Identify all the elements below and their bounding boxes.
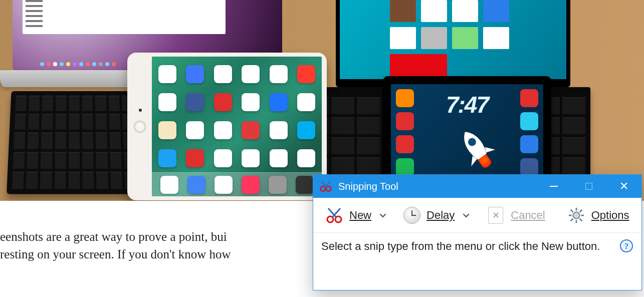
android-tablet: 7:47 — [383, 76, 551, 185]
ipad-home-button — [134, 121, 146, 133]
android-clock: 7:47 — [446, 93, 488, 116]
start-tiles: 16 — [390, 0, 551, 75]
chevron-down-icon — [379, 212, 386, 219]
article-line-2: resting on your screen. If you don't kno… — [0, 247, 231, 261]
cancel-button-label: Cancel — [511, 209, 545, 222]
article-line-1: eenshots are a great way to prove a poin… — [0, 230, 227, 243]
scissors-icon — [325, 206, 343, 224]
delay-dropdown[interactable] — [463, 209, 470, 222]
android-left-apps — [396, 89, 414, 176]
ipad-dock — [152, 172, 322, 196]
clock-icon — [403, 207, 420, 224]
laptop-window — [23, 0, 226, 34]
options-button-label: Options — [591, 209, 629, 222]
svg-point-5 — [573, 212, 579, 218]
window-title: Snipping Tool — [338, 181, 398, 192]
options-button[interactable]: Options — [562, 203, 634, 228]
windows-tablet: 16 — [336, 0, 570, 87]
snipping-tool-app-icon — [319, 180, 332, 193]
svg-line-13 — [570, 218, 573, 221]
chevron-down-icon — [463, 212, 470, 219]
delay-button[interactable]: Delay — [398, 203, 460, 228]
new-button-label: New — [349, 209, 371, 222]
snipping-tool-window: Snipping Tool ✕ New Delay — [313, 174, 642, 290]
titlebar[interactable]: Snipping Tool ✕ — [313, 175, 641, 198]
ipad-camera — [139, 109, 142, 112]
toolbar: New Delay Cancel — [313, 198, 641, 233]
ipad — [127, 53, 327, 200]
article-hero-image: 16 — [0, 0, 644, 201]
svg-line-10 — [570, 209, 573, 212]
cancel-icon — [487, 206, 505, 224]
new-button[interactable]: New — [320, 203, 376, 228]
article-body: eenshots are a great way to prove a poin… — [0, 228, 331, 263]
cancel-button: Cancel — [482, 203, 550, 228]
minimize-button[interactable] — [536, 175, 571, 198]
gear-icon — [567, 206, 585, 224]
maximize-button[interactable] — [571, 175, 606, 198]
minimize-icon — [550, 186, 558, 187]
delay-button-label: Delay — [426, 209, 455, 222]
svg-line-11 — [579, 218, 582, 221]
svg-line-12 — [579, 209, 582, 212]
new-dropdown[interactable] — [379, 209, 386, 222]
help-button[interactable]: ? — [619, 239, 633, 253]
android-right-apps — [520, 89, 538, 176]
status-text: Select a snip type from the menu or clic… — [321, 240, 633, 253]
close-button[interactable]: ✕ — [606, 175, 641, 198]
maximize-icon — [585, 183, 592, 190]
svg-text:?: ? — [624, 241, 629, 251]
rocket-icon — [446, 118, 508, 177]
laptop-keyboard — [7, 91, 142, 194]
close-icon: ✕ — [619, 181, 628, 192]
ipad-screen — [152, 57, 322, 196]
help-icon: ? — [619, 239, 633, 253]
